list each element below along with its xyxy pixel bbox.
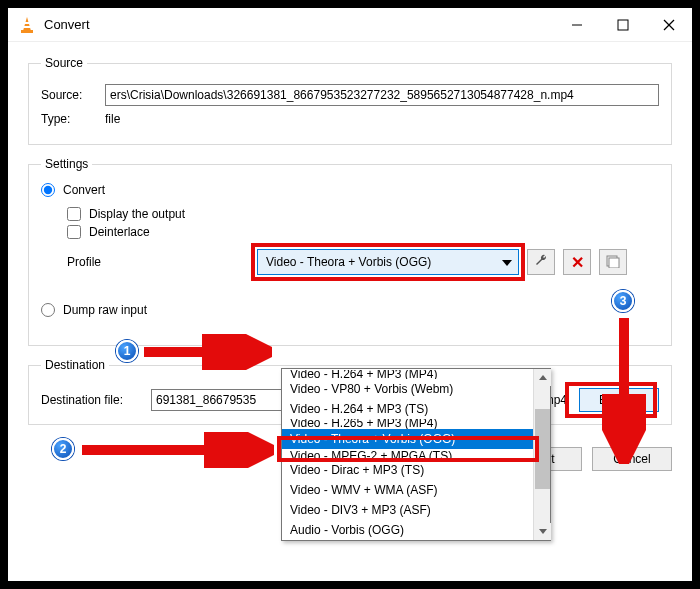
dropdown-item[interactable]: Video - H.265 + MP3 (MP4): [282, 419, 550, 429]
source-legend: Source: [41, 56, 87, 70]
dump-raw-label: Dump raw input: [63, 303, 147, 317]
minimize-button[interactable]: [554, 8, 600, 42]
dropdown-item[interactable]: Video - H.264 + MP3 (MP4): [282, 369, 550, 379]
svg-rect-2: [24, 26, 31, 28]
dropdown-item[interactable]: Video - VP80 + Vorbis (Webm): [282, 379, 550, 399]
annotation-badge-2: 2: [52, 438, 74, 460]
titlebar: Convert: [8, 8, 692, 42]
dump-raw-radio[interactable]: [41, 303, 55, 317]
cancel-button-label: Cancel: [613, 452, 650, 466]
destination-legend: Destination: [41, 358, 109, 372]
svg-rect-1: [25, 22, 30, 24]
dropdown-item[interactable]: Audio - Vorbis (OGG): [282, 520, 550, 540]
deinterlace-label: Deinterlace: [89, 225, 150, 239]
scroll-up-icon[interactable]: [534, 369, 551, 386]
source-group: Source Source: Type: file: [28, 56, 672, 145]
svg-marker-8: [502, 260, 512, 266]
new-profile-icon: [606, 254, 620, 271]
type-label: Type:: [41, 112, 105, 126]
profile-dropdown[interactable]: Video - H.264 + MP3 (MP4)Video - VP80 + …: [281, 368, 551, 541]
browse-button-label: Browse: [599, 393, 639, 407]
svg-marker-11: [539, 375, 547, 380]
deinterlace-checkbox[interactable]: [67, 225, 81, 239]
dropdown-item[interactable]: Video - Theora + Vorbis (OGG): [282, 429, 550, 449]
svg-marker-12: [539, 529, 547, 534]
wrench-icon: [534, 254, 548, 271]
cancel-button[interactable]: Cancel: [592, 447, 672, 471]
destination-label: Destination file:: [41, 393, 151, 407]
svg-rect-5: [618, 20, 628, 30]
close-button[interactable]: [646, 8, 692, 42]
svg-rect-10: [609, 258, 619, 268]
x-icon: ✕: [571, 253, 584, 272]
dropdown-item[interactable]: Video - DIV3 + MP3 (ASF): [282, 500, 550, 520]
profile-label: Profile: [67, 255, 127, 269]
profile-selected-text: Video - Theora + Vorbis (OGG): [266, 255, 431, 269]
svg-rect-3: [21, 30, 33, 33]
window-title: Convert: [44, 17, 90, 32]
vlc-cone-icon: [18, 16, 36, 34]
delete-profile-button[interactable]: ✕: [563, 249, 591, 275]
display-output-label: Display the output: [89, 207, 185, 221]
maximize-button[interactable]: [600, 8, 646, 42]
display-output-checkbox[interactable]: [67, 207, 81, 221]
dropdown-item[interactable]: Video - WMV + WMA (ASF): [282, 480, 550, 500]
scroll-down-icon[interactable]: [534, 523, 551, 540]
annotation-badge-1: 1: [116, 340, 138, 362]
new-profile-button[interactable]: [599, 249, 627, 275]
dropdown-item[interactable]: Video - Dirac + MP3 (TS): [282, 460, 550, 480]
scroll-thumb[interactable]: [535, 409, 550, 489]
settings-legend: Settings: [41, 157, 92, 171]
convert-radio-label: Convert: [63, 183, 105, 197]
dropdown-item[interactable]: Video - H.264 + MP3 (TS): [282, 399, 550, 419]
source-label: Source:: [41, 88, 105, 102]
dropdown-item[interactable]: Video - MPEG-2 + MPGA (TS): [282, 449, 550, 460]
browse-button[interactable]: Browse: [579, 388, 659, 412]
profile-combobox[interactable]: Video - Theora + Vorbis (OGG): [257, 249, 519, 275]
annotation-badge-3: 3: [612, 290, 634, 312]
source-input[interactable]: [105, 84, 659, 106]
type-value: file: [105, 112, 120, 126]
settings-group: Settings Convert Display the output Dein…: [28, 157, 672, 346]
dropdown-scrollbar[interactable]: [533, 369, 550, 540]
convert-window: Convert Source Source:: [8, 8, 692, 581]
convert-radio[interactable]: [41, 183, 55, 197]
edit-profile-button[interactable]: [527, 249, 555, 275]
chevron-down-icon: [502, 255, 512, 269]
